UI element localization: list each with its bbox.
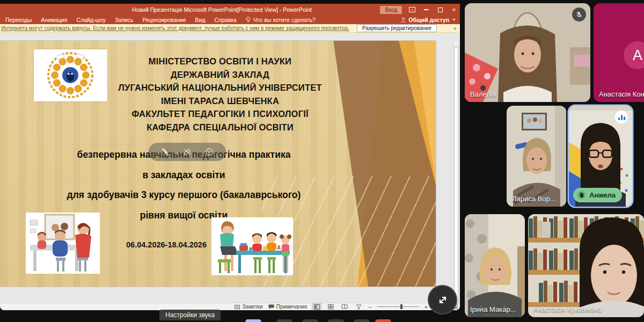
close-icon[interactable]: ×	[450, 6, 458, 13]
title-bar: Новий Презентація Microsoft PowerPoint[P…	[0, 4, 460, 16]
expand-icon	[436, 294, 449, 306]
scrollbar-up-button[interactable]	[454, 41, 458, 47]
mic-muted-icon	[572, 8, 586, 21]
participant-tile-iryna[interactable]: Ірина Макар...	[465, 214, 525, 317]
header-line: ДЕРЖАВНИЙ ЗАКЛАД	[64, 68, 376, 82]
tab-review[interactable]: Рецензирование	[142, 17, 186, 23]
annotation-toolbar[interactable]	[149, 143, 226, 161]
participant-name: Анжела	[589, 191, 616, 199]
editor-canvas: МІНІСТЕРСТВО ОСВІТИ І НАУКИ ДЕРЖАВНИЙ ЗА…	[0, 33, 460, 303]
normal-view-button[interactable]	[312, 304, 321, 310]
notes-icon	[235, 304, 240, 310]
scrollbar-thumb[interactable]	[454, 47, 458, 303]
audio-settings-tooltip: Настройки звука	[159, 310, 221, 320]
header-line: ЛУГАНСЬКИЙ НАЦІОНАЛЬНИЙ УНІВЕРСИТЕТ	[64, 81, 376, 94]
tellme-label: Что вы хотите сделать?	[253, 17, 316, 23]
participant-name: Ірина Макар...	[470, 305, 516, 313]
comments-label: Примечания	[276, 304, 308, 310]
enable-editing-button[interactable]: Разрешить редактирование	[357, 24, 437, 32]
raised-hand-icon	[577, 191, 586, 200]
hand-raised-badge: Анжела	[573, 188, 622, 202]
zoom-out-button[interactable]: −	[368, 304, 371, 310]
avatar: А	[624, 41, 644, 69]
participant-video	[528, 214, 644, 317]
meeting-control-partial[interactable]	[328, 319, 344, 322]
tab-view[interactable]: Вид	[195, 17, 206, 23]
share-button[interactable]: Общий доступ	[400, 16, 456, 24]
header-line: ІМЕНІ ТАРАСА ШЕВЧЕНКА	[64, 94, 376, 108]
pen-disabled-icon	[183, 148, 192, 156]
share-person-icon	[400, 17, 406, 23]
participant-video	[507, 106, 566, 207]
minimize-icon[interactable]	[422, 6, 430, 13]
notes-button[interactable]: Заметки	[235, 304, 262, 310]
participant-video	[465, 214, 525, 317]
reading-view-button[interactable]	[340, 304, 349, 310]
participant-tile-anastasiia-kon[interactable]: А Анастасія Кон	[594, 3, 644, 102]
protected-view-bar: Интернета могут содержать вирусы. Если в…	[0, 24, 460, 33]
header-line: КАФЕДРА СПЕЦІАЛЬНОЇ ОСВІТИ	[64, 121, 376, 134]
meeting-control-partial[interactable]	[302, 319, 318, 322]
tab-help[interactable]: Справка	[215, 17, 237, 23]
participant-name: Валерія	[470, 90, 496, 98]
zoom-slider[interactable]	[377, 304, 419, 310]
zoom-in-button[interactable]: +	[425, 304, 428, 310]
ribbon-display-options-icon[interactable]	[408, 6, 416, 13]
participant-tile-valeria[interactable]: Валерія	[465, 3, 590, 102]
tab-animations[interactable]: Анимация	[41, 17, 67, 23]
tab-transitions[interactable]: Переходы	[5, 17, 32, 23]
tellme-box[interactable]: Что вы хотите сделать?	[246, 17, 316, 23]
lightbulb-icon	[246, 17, 251, 23]
status-bar: Заметки Примечания − + 113%	[0, 303, 460, 310]
slide[interactable]: МІНІСТЕРСТВО ОСВІТИ І НАУКИ ДЕРЖАВНИЙ ЗА…	[0, 41, 436, 287]
notes-label: Заметки	[242, 304, 262, 310]
clipart-children-at-mirror	[26, 213, 100, 274]
body-line: для здобувачів 3 курсу першого (бакалавр…	[11, 185, 357, 206]
comments-button[interactable]: Примечания	[268, 304, 308, 310]
header-line: ФАКУЛЬТЕТ ПЕДАГОГІКИ І ПСИХОЛОГІЇ	[64, 107, 376, 121]
restore-icon[interactable]	[436, 6, 444, 13]
window-title: Новий Презентація Microsoft PowerPoint[P…	[59, 6, 385, 13]
protected-view-message[interactable]: Интернета могут содержать вирусы. Если в…	[1, 25, 349, 31]
header-line: МІНІСТЕРСТВО ОСВІТИ І НАУКИ	[64, 55, 376, 68]
close-banner-icon[interactable]: ×	[453, 25, 457, 32]
expand-button[interactable]	[428, 285, 457, 314]
share-label: Общий доступ	[408, 17, 449, 23]
ribbon-tabs: Переходы Анимация Слайд-шоу Запись Рецен…	[0, 16, 460, 24]
participant-name: Анастасія Кон	[599, 90, 644, 98]
meeting-control-partial[interactable]	[354, 319, 370, 322]
meeting-control-partial[interactable]	[245, 319, 261, 322]
tab-record[interactable]: Запись	[115, 17, 133, 23]
pointer-disabled-icon	[161, 148, 170, 156]
zoom-slider-thumb[interactable]	[400, 304, 402, 309]
meeting-control-partial[interactable]	[276, 319, 292, 322]
signin-button[interactable]: Вход	[380, 6, 402, 14]
caret-down-icon	[452, 19, 456, 21]
body-line: в закладах освіти	[11, 165, 357, 186]
slideshow-view-button[interactable]	[354, 304, 363, 310]
slide-header: МІНІСТЕРСТВО ОСВІТИ І НАУКИ ДЕРЖАВНИЙ ЗА…	[64, 55, 376, 134]
window-controls: Вход ×	[380, 4, 458, 16]
speaking-indicator-icon	[615, 111, 628, 123]
slide-sorter-view-button[interactable]	[326, 304, 335, 310]
minus-circle-icon	[205, 148, 214, 156]
clipart-teacher-with-kids: A	[211, 217, 293, 275]
vertical-scrollbar[interactable]	[453, 41, 459, 304]
meeting-control-partial[interactable]	[375, 319, 391, 322]
participant-tile-anzhela[interactable]: Анжела	[569, 106, 632, 207]
tab-slideshow[interactable]: Слайд-шоу	[77, 17, 106, 23]
participant-video	[465, 3, 590, 102]
participant-tile-larysa[interactable]: Лариса Вор...	[507, 106, 566, 207]
participant-tile-kukovyakina[interactable]: Анастасія Куковякіна	[528, 214, 644, 317]
svg-text:A: A	[277, 245, 281, 251]
participant-name: Лариса Вор...	[512, 195, 556, 203]
powerpoint-window: Новий Презентація Microsoft PowerPoint[P…	[0, 4, 460, 310]
screen: Новий Презентація Microsoft PowerPoint[P…	[0, 0, 644, 322]
participant-name: Анастасія Куковякіна	[533, 305, 602, 313]
comments-icon	[268, 304, 274, 310]
